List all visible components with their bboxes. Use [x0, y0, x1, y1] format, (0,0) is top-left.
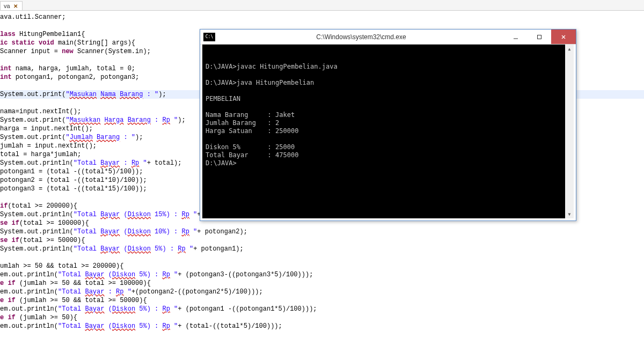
code-line: umlah >= 50 && total >= 200000){ [0, 262, 123, 270]
window-controls [504, 30, 576, 44]
code-line: em.out.println("Total Bayar (Diskon 5%) … [0, 271, 313, 278]
scroll-down-icon[interactable]: ▼ [565, 210, 574, 218]
code-line: System.out.print("Jumlah Barang : "); [0, 134, 143, 141]
code-line: se if(total >= 100000){ [0, 219, 89, 227]
code-line: Scanner input = new Scanner(System.in); [0, 48, 151, 55]
code-line: int nama, harga, jumlah, total = 0; [0, 65, 135, 72]
cmd-title: C:\Windows\system32\cmd.exe [218, 33, 504, 41]
code-line: se if(total >= 50000){ [0, 237, 85, 244]
code-line [0, 56, 4, 64]
code-line: em.out.println("Total Bayar : Rp "+(poto… [0, 288, 263, 296]
code-line: e if (jumlah >= 50 && total >= 100000){ [0, 280, 151, 287]
cmd-scrollbar[interactable]: ▲ ▼ [565, 45, 574, 218]
code-line: nama=input.nextInt(); [0, 108, 81, 115]
code-line: potongan2 = (total -((total*10)/100)); [0, 177, 147, 184]
editor-tab[interactable]: va ✕ [0, 1, 23, 10]
cmd-icon-text: C:\ [206, 34, 213, 39]
maximize-button[interactable] [528, 30, 551, 44]
code-line [0, 82, 4, 90]
cmd-titlebar[interactable]: C:\ C:\Windows\system32\cmd.exe [200, 30, 576, 45]
code-line: jumlah = input.nextInt(); [0, 142, 97, 150]
close-button[interactable] [551, 30, 576, 44]
code-line: em.out.println("Total Bayar (Diskon 5%) … [0, 305, 317, 313]
code-line [0, 254, 4, 261]
code-line: e if (jumlah >= 50 && total >= 50000){ [0, 297, 147, 304]
close-icon[interactable]: ✕ [13, 3, 18, 9]
code-line: total = harga*jumlah; [0, 151, 81, 158]
code-line: System.out.println("Total Bayar (Diskon … [0, 245, 244, 253]
code-line: ic static void main(String[] args){ [0, 39, 135, 47]
scroll-track[interactable] [565, 53, 574, 210]
code-line [0, 22, 4, 30]
code-line: System.out.println("Total Bayar (Diskon … [0, 228, 247, 236]
svg-rect-1 [538, 35, 541, 39]
code-line [0, 194, 4, 201]
minimize-button[interactable] [504, 30, 528, 44]
code-line: System.out.print("Masukkan Harga Barang … [0, 116, 186, 124]
cmd-window: C:\ C:\Windows\system32\cmd.exe D:\JAVA>… [200, 29, 576, 221]
editor-tabbar: va ✕ [0, 0, 644, 11]
code-line: if(total >= 200000){ [0, 202, 77, 210]
code-line: int potongan1, potongan2, potongan3; [0, 74, 139, 81]
code-line: em.out.println("Total Bayar (Diskon 5%) … [0, 322, 282, 330]
code-line: lass HitungPembelian1{ [0, 31, 85, 38]
code-line: potongan1 = (total -((total*5)/100)); [0, 168, 143, 175]
code-line: harga = input.nextInt(); [0, 125, 93, 133]
cmd-output: D:\JAVA>javac HitungPembelian.java D:\JA… [206, 63, 570, 167]
code-line: potongan3 = (total -((total*15)/100)); [0, 185, 147, 193]
cmd-body[interactable]: D:\JAVA>javac HitungPembelian.java D:\JA… [201, 45, 575, 219]
code-line: System.out.println("Total Bayar : Rp "+ … [0, 159, 182, 167]
code-line: e if (jumlah >= 50){ [0, 314, 77, 321]
code-line: ava.util.Scanner; [0, 13, 65, 21]
scroll-up-icon[interactable]: ▲ [565, 45, 574, 53]
tab-label: va [4, 3, 10, 9]
cmd-icon: C:\ [203, 33, 215, 41]
